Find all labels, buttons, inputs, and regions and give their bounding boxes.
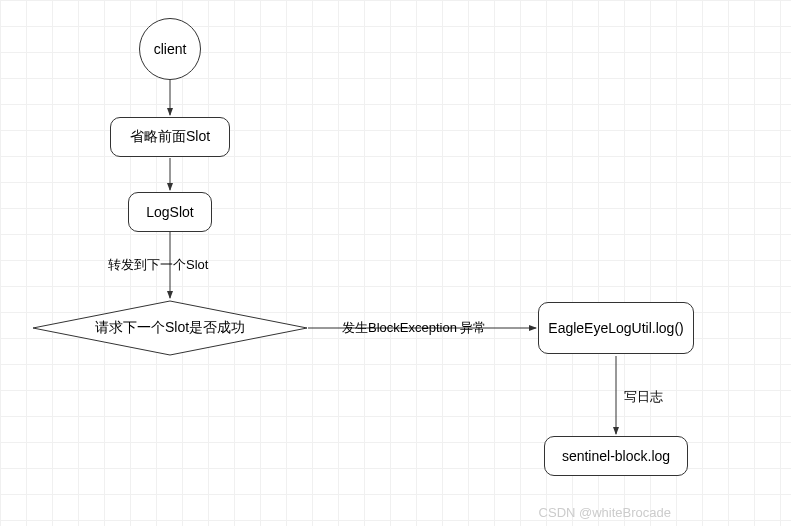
edge-label-forward-text: 转发到下一个Slot — [108, 257, 208, 272]
edge-label-exception-text: 发生BlockException 异常 — [342, 320, 487, 335]
node-sentinel-label: sentinel-block.log — [562, 448, 670, 464]
edge-label-forward: 转发到下一个Slot — [108, 256, 208, 274]
node-omit-label: 省略前面Slot — [130, 128, 210, 146]
node-decision: 请求下一个Slot是否成功 — [32, 300, 308, 356]
node-eagle-label: EagleEyeLogUtil.log() — [548, 319, 683, 337]
node-client: client — [139, 18, 201, 80]
node-logslot: LogSlot — [128, 192, 212, 232]
edge-label-writelog-text: 写日志 — [624, 389, 663, 404]
node-client-label: client — [154, 41, 187, 57]
node-eagle: EagleEyeLogUtil.log() — [538, 302, 694, 354]
edge-label-writelog: 写日志 — [624, 388, 663, 406]
watermark: CSDN @whiteBrocade — [539, 505, 671, 520]
node-logslot-label: LogSlot — [146, 204, 193, 220]
node-decision-label: 请求下一个Slot是否成功 — [95, 319, 245, 337]
node-omit-slot: 省略前面Slot — [110, 117, 230, 157]
watermark-text: CSDN @whiteBrocade — [539, 505, 671, 520]
node-sentinel: sentinel-block.log — [544, 436, 688, 476]
edge-label-exception: 发生BlockException 异常 — [342, 319, 487, 337]
